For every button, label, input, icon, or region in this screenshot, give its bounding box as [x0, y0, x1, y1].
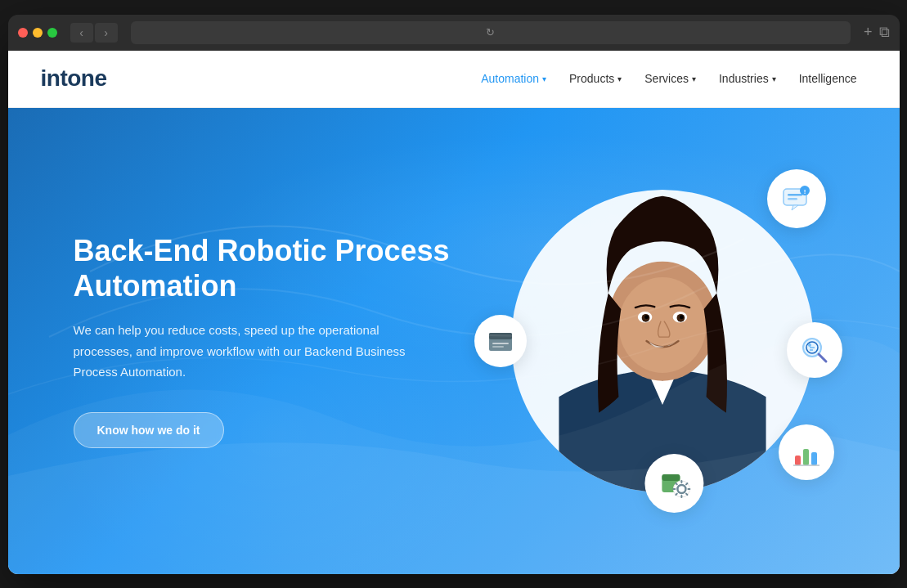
svg-line-19	[819, 354, 826, 361]
hero-cta-button[interactable]: Know how we do it	[74, 412, 224, 448]
hero-section: Back-End Robotic Process Automation We c…	[8, 108, 900, 574]
svg-rect-26	[811, 452, 817, 465]
svg-line-36	[676, 483, 676, 484]
svg-rect-15	[489, 333, 512, 339]
nav-item-products[interactable]: Products ▾	[559, 65, 631, 92]
svg-point-7	[644, 315, 649, 319]
chevron-down-icon: ▾	[617, 74, 622, 83]
chevron-down-icon: ▾	[772, 74, 776, 83]
svg-rect-17	[492, 346, 504, 348]
svg-rect-29	[662, 474, 680, 481]
svg-rect-16	[492, 343, 509, 344]
nav-label-services: Services	[644, 72, 689, 85]
svg-line-37	[686, 493, 687, 494]
address-bar[interactable]: ↻	[131, 21, 851, 44]
main-nav: Automation ▾ Products ▾ Services ▾ Indus…	[471, 65, 866, 92]
svg-point-8	[679, 315, 683, 319]
window-icon[interactable]: ⧉	[879, 24, 890, 41]
back-button[interactable]: ‹	[70, 23, 93, 43]
hero-description: We can help you reduce costs, speed up t…	[74, 320, 417, 383]
nav-item-services[interactable]: Services ▾	[635, 65, 706, 92]
svg-line-39	[676, 493, 676, 494]
hero-content: Back-End Robotic Process Automation We c…	[8, 233, 466, 448]
browser-actions: + ⧉	[864, 24, 890, 41]
svg-rect-10	[788, 194, 802, 196]
person-svg	[532, 190, 793, 492]
new-tab-icon[interactable]: +	[864, 24, 873, 41]
inbox-bubble-icon	[474, 315, 527, 367]
search-analytics-bubble-icon	[787, 322, 842, 378]
traffic-lights	[18, 28, 57, 38]
nav-label-automation: Automation	[481, 72, 539, 85]
site-logo[interactable]: intone	[41, 65, 107, 92]
svg-point-2	[618, 277, 706, 373]
nav-label-products: Products	[569, 72, 614, 85]
traffic-light-minimize[interactable]	[33, 28, 43, 38]
svg-point-21	[808, 343, 811, 347]
traffic-light-close[interactable]	[18, 28, 28, 38]
person-portrait-circle	[511, 190, 814, 492]
traffic-light-maximize[interactable]	[47, 28, 57, 38]
reload-icon: ↻	[486, 26, 495, 38]
forward-button[interactable]: ›	[95, 23, 118, 43]
hero-image-area: !	[474, 153, 851, 529]
browser-titlebar: ‹ › ↻ + ⧉	[8, 15, 900, 51]
nav-item-intelligence[interactable]: Intelligence	[789, 65, 867, 92]
website: intone Automation ▾ Products ▾ Services …	[8, 51, 900, 574]
chevron-down-icon: ▾	[542, 74, 546, 83]
browser-nav-buttons: ‹ ›	[70, 23, 118, 43]
svg-rect-11	[788, 198, 797, 200]
svg-text:!: !	[803, 188, 806, 195]
gear-settings-bubble-icon	[644, 454, 703, 513]
site-header: intone Automation ▾ Products ▾ Services …	[8, 51, 900, 108]
svg-rect-24	[795, 456, 801, 465]
svg-rect-25	[803, 449, 809, 465]
nav-label-intelligence: Intelligence	[799, 72, 857, 85]
browser-window: ‹ › ↻ + ⧉ intone Automation ▾ Products ▾	[8, 15, 900, 574]
nav-item-industries[interactable]: Industries ▾	[709, 65, 786, 92]
chat-bubble-icon: !	[767, 169, 826, 228]
nav-item-automation[interactable]: Automation ▾	[471, 65, 556, 92]
nav-label-industries: Industries	[719, 72, 769, 85]
chart-bubble-icon	[779, 424, 834, 480]
svg-line-38	[686, 483, 687, 484]
chevron-down-icon: ▾	[692, 74, 696, 83]
hero-title: Back-End Robotic Process Automation	[74, 233, 466, 303]
